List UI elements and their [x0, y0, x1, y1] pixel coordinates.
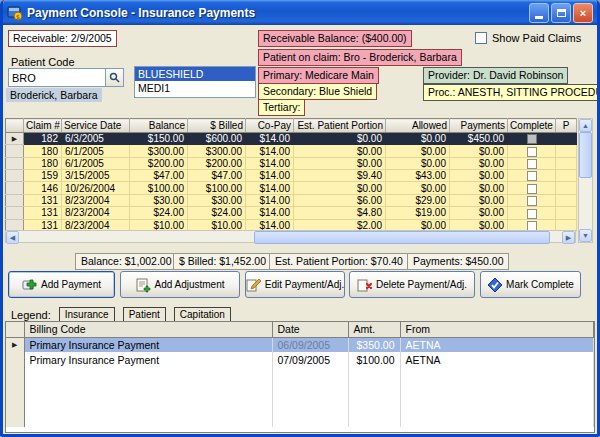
delete-payment-label: Delete Payment/Adj. — [376, 279, 467, 290]
delete-payment-button[interactable]: Delete Payment/Adj. — [349, 271, 475, 298]
minimize-button[interactable] — [529, 3, 549, 23]
row-selector-cell[interactable] — [6, 352, 24, 367]
insurance-list-item[interactable]: BLUESHIELD — [135, 67, 255, 81]
claims-column-header[interactable]: Claim # — [24, 119, 62, 133]
vertical-scroll-thumb[interactable] — [579, 132, 592, 178]
payments-column-header[interactable]: Date — [272, 322, 348, 337]
claims-cell: 6/1/2005 — [62, 145, 130, 157]
payments-row[interactable]: Primary Insurance Payment07/09/2005$100.… — [6, 352, 594, 367]
vertical-scrollbar[interactable]: ▲ ▼ — [578, 118, 593, 243]
scroll-left-icon[interactable]: ◀ — [6, 231, 19, 244]
complete-checkbox[interactable] — [527, 134, 537, 144]
claims-cell: $4.80 — [294, 207, 386, 219]
search-button[interactable] — [106, 68, 124, 87]
claims-column-header[interactable]: Service Date — [62, 119, 130, 133]
claims-column-header[interactable]: Co-Pay — [246, 119, 294, 133]
add-adjustment-button[interactable]: Add Adjustment — [120, 271, 240, 298]
receivable-label: Receivable: 2/9/2005 — [8, 30, 117, 47]
payments-cell — [400, 397, 594, 412]
scroll-up-icon[interactable]: ▲ — [579, 119, 592, 132]
claims-column-header[interactable]: Balance — [130, 119, 188, 133]
edit-payment-button[interactable]: Edit Payment/Adj. — [245, 271, 345, 298]
claims-row[interactable]: 1318/23/2004$30.00$30.00$14.00$6.00$29.0… — [6, 194, 577, 206]
primary-insurance-label: Primary: Medicare Main — [258, 67, 379, 84]
claims-cell: 180 — [24, 157, 62, 169]
payments-column-header[interactable]: Billing Code — [24, 322, 272, 337]
claims-row[interactable]: 1318/23/2004$24.00$24.00$14.00$4.80$19.0… — [6, 207, 577, 219]
secondary-insurance-label: Secondary: Blue Shield — [258, 83, 377, 100]
claims-cell: $29.00 — [386, 194, 450, 206]
claims-column-header[interactable]: Est. Patient Portion — [294, 119, 386, 133]
payments-empty-row — [6, 382, 594, 397]
scroll-down-icon[interactable]: ▼ — [579, 229, 592, 242]
claims-row[interactable]: 1593/15/2005$47.00$47.00$14.00$9.40$43.0… — [6, 170, 577, 182]
insurance-list-item[interactable]: MEDI1 — [135, 81, 255, 95]
row-selector-cell[interactable] — [6, 207, 24, 219]
add-payment-button[interactable]: Add Payment — [8, 271, 115, 298]
payments-empty-row — [6, 397, 594, 412]
titlebar-controls: × — [529, 3, 593, 23]
complete-checkbox[interactable] — [527, 196, 537, 206]
claims-cell: $24.00 — [188, 207, 246, 219]
titlebar[interactable]: $ Payment Console - Insurance Payments × — [3, 0, 597, 25]
checkbox-box-icon[interactable] — [475, 32, 487, 44]
claims-row[interactable]: ▶1826/3/2005$150.00$600.00$14.00$0.00$0.… — [6, 133, 577, 145]
row-selector-cell[interactable]: ▶ — [6, 133, 24, 145]
complete-checkbox[interactable] — [527, 184, 537, 194]
row-selector-header — [6, 119, 24, 133]
patient-code-input[interactable] — [8, 68, 106, 87]
claims-cell: $6.00 — [294, 194, 386, 206]
claims-row[interactable]: 1806/1/2005$200.00$200.00$14.00$0.00$0.0… — [6, 157, 577, 169]
complete-checkbox[interactable] — [527, 171, 537, 181]
claims-cell: $600.00 — [188, 133, 246, 145]
complete-cell — [508, 157, 556, 169]
row-selector-cell[interactable]: ▶ — [6, 337, 24, 352]
claims-column-header[interactable]: $ Billed — [188, 119, 246, 133]
claims-cell — [556, 207, 577, 219]
insurance-listbox[interactable]: BLUESHIELDMEDI1 — [134, 66, 256, 98]
maximize-button[interactable] — [551, 3, 571, 23]
row-selector-cell — [6, 382, 24, 397]
maximize-icon — [557, 9, 566, 17]
claims-cell: 131 — [24, 207, 62, 219]
claims-cell: $0.00 — [386, 133, 450, 145]
row-selector-cell[interactable] — [6, 194, 24, 206]
payments-cell: AETNA — [400, 352, 594, 367]
payments-row[interactable]: ▶Primary Insurance Payment06/09/2005$350… — [6, 337, 594, 352]
claims-row[interactable]: 1806/1/2005$300.00$300.00$14.00$0.00$0.0… — [6, 145, 577, 157]
window-title: Payment Console - Insurance Payments — [27, 6, 525, 20]
close-button[interactable]: × — [573, 3, 593, 23]
row-selector-cell[interactable] — [6, 157, 24, 169]
payments-cell — [272, 397, 348, 412]
complete-checkbox[interactable] — [527, 159, 537, 169]
claims-cell — [556, 194, 577, 206]
complete-cell — [508, 133, 556, 145]
mark-complete-button[interactable]: Mark Complete — [480, 271, 581, 298]
row-selector-cell[interactable] — [6, 145, 24, 157]
claims-cell: 180 — [24, 145, 62, 157]
payments-cell — [348, 412, 400, 427]
claims-column-header[interactable]: Payments — [450, 119, 508, 133]
complete-checkbox[interactable] — [527, 209, 537, 219]
horizontal-scrollbar[interactable]: ◀ ▶ — [5, 230, 576, 243]
payments-cell — [348, 367, 400, 382]
claims-cell: $47.00 — [130, 170, 188, 182]
edit-payment-label: Edit Payment/Adj. — [265, 279, 344, 290]
row-selector-cell[interactable] — [6, 170, 24, 182]
claims-column-header[interactable]: Complete — [508, 119, 556, 133]
scroll-right-icon[interactable]: ▶ — [562, 231, 575, 244]
claims-column-header[interactable]: P — [556, 119, 577, 133]
horizontal-scroll-thumb[interactable] — [254, 231, 550, 244]
claims-column-header[interactable]: Allowed — [386, 119, 450, 133]
claims-cell: $0.00 — [386, 182, 450, 194]
show-paid-claims-checkbox[interactable]: Show Paid Claims — [475, 32, 581, 44]
row-selector-cell[interactable] — [6, 182, 24, 194]
complete-checkbox[interactable] — [527, 147, 537, 157]
claims-row[interactable]: 14610/26/2004$100.00$100.00$14.00$0.00$0… — [6, 182, 577, 194]
claims-header-row: Claim #Service DateBalance$ BilledCo-Pay… — [6, 119, 577, 133]
payments-column-header[interactable]: Amt. — [348, 322, 400, 337]
payments-cell: Primary Insurance Payment — [24, 352, 272, 367]
payments-column-header[interactable]: From — [400, 322, 594, 337]
claims-cell: $14.00 — [246, 157, 294, 169]
claims-body: ▶1826/3/2005$150.00$600.00$14.00$0.00$0.… — [6, 133, 577, 232]
